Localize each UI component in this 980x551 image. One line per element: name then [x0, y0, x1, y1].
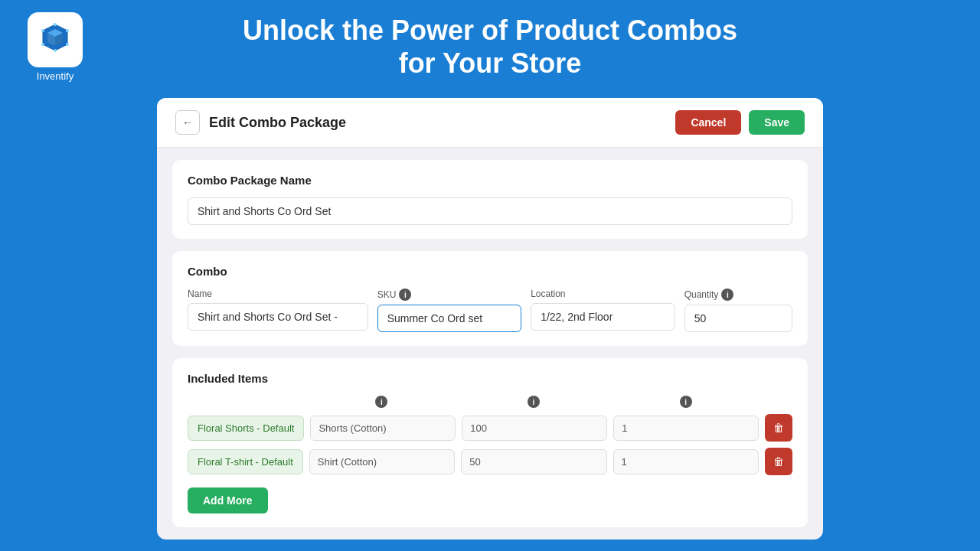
item-tag-2[interactable]: Floral T-shirt - Default — [188, 449, 303, 474]
combo-sku-field-group: SKU i — [377, 289, 522, 332]
combo-quantity-field-group: Quantity i — [684, 289, 792, 332]
item-col2-info-icon: i — [528, 396, 540, 408]
header: Inventify Unlock the Power of Product Co… — [0, 0, 980, 92]
combo-quantity-input[interactable] — [684, 305, 792, 332]
combo-section-title: Combo — [188, 265, 792, 278]
item-tag-1[interactable]: Floral Shorts - Default — [188, 416, 304, 441]
item-quantity-2[interactable] — [613, 449, 759, 474]
page-title: Edit Combo Package — [209, 115, 346, 131]
header-title-text: Unlock the Power of Product Combos for Y… — [243, 14, 737, 80]
svg-point-8 — [54, 49, 57, 52]
included-items-section: Included Items i i i Floral Shorts - Def… — [172, 358, 808, 527]
logo-box — [28, 12, 83, 67]
main-card: ← Edit Combo Package Cancel Save Combo P… — [157, 98, 823, 540]
combo-sku-input[interactable] — [377, 305, 522, 332]
included-items-title: Included Items — [188, 372, 792, 385]
combo-name-input[interactable] — [188, 303, 368, 331]
combo-fields-row: Name SKU i Location — [188, 289, 792, 332]
item-col3-info-icon: i — [680, 396, 692, 408]
combo-location-label: Location — [531, 289, 675, 299]
top-bar-right: Cancel Save — [675, 110, 805, 135]
items-info-row: i i i — [188, 396, 792, 408]
item-material-1[interactable] — [310, 416, 456, 441]
item-price-2[interactable] — [461, 449, 606, 474]
svg-point-9 — [41, 43, 44, 46]
app-logo-icon — [35, 20, 75, 60]
combo-name-field-group: Name — [188, 289, 368, 331]
combo-package-name-input[interactable] — [188, 197, 792, 225]
item-price-1[interactable] — [462, 416, 607, 441]
cancel-button[interactable]: Cancel — [675, 110, 741, 135]
delete-item-2-button[interactable]: 🗑 — [765, 448, 792, 475]
item-quantity-1[interactable] — [613, 416, 759, 441]
combo-location-field-group: Location — [531, 289, 675, 331]
item-row-1: Floral Shorts - Default 🗑 — [188, 414, 792, 442]
svg-point-6 — [66, 29, 69, 32]
svg-point-10 — [41, 29, 44, 32]
item-col1-info-icon: i — [375, 396, 387, 408]
top-bar: ← Edit Combo Package Cancel Save — [157, 98, 823, 148]
header-top: Inventify Unlock the Power of Product Co… — [0, 14, 980, 80]
combo-location-input[interactable] — [531, 303, 675, 331]
combo-package-section: Combo Package Name — [172, 160, 808, 239]
combo-package-section-title: Combo Package Name — [188, 174, 792, 187]
sections: Combo Package Name Combo Name SKU i — [157, 148, 823, 540]
back-button[interactable]: ← — [175, 110, 200, 135]
item-material-2[interactable] — [309, 449, 455, 474]
combo-section: Combo Name SKU i Locati — [172, 251, 808, 346]
combo-sku-label: SKU i — [377, 289, 522, 301]
header-title: Unlock the Power of Product Combos for Y… — [243, 14, 737, 80]
combo-name-label: Name — [188, 289, 368, 299]
app-name-label: Inventify — [37, 70, 74, 82]
combo-quantity-label: Quantity i — [684, 289, 792, 301]
top-bar-left: ← Edit Combo Package — [175, 110, 346, 135]
logo-container: Inventify — [28, 12, 83, 82]
trash-icon-2: 🗑 — [773, 455, 784, 468]
svg-point-5 — [54, 23, 57, 26]
trash-icon-1: 🗑 — [773, 422, 784, 434]
svg-point-7 — [66, 43, 69, 46]
save-button[interactable]: Save — [749, 110, 805, 135]
delete-item-1-button[interactable]: 🗑 — [765, 414, 792, 442]
add-more-button[interactable]: Add More — [188, 487, 268, 514]
sku-info-icon: i — [399, 289, 411, 301]
quantity-info-icon: i — [721, 289, 733, 301]
item-row-2: Floral T-shirt - Default 🗑 — [188, 448, 792, 475]
